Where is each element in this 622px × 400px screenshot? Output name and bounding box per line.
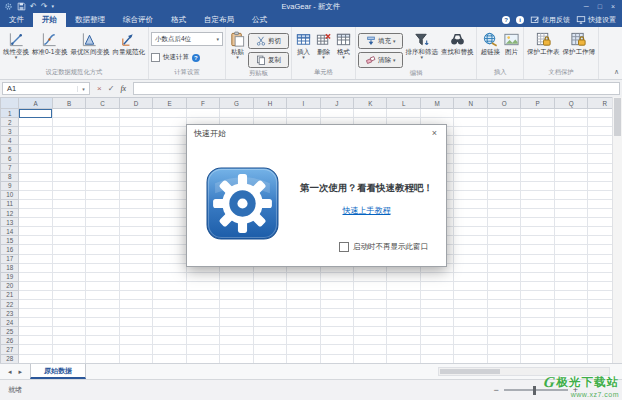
grid-cell[interactable] [52,299,85,308]
grid-cell[interactable] [253,309,286,318]
row-header[interactable]: 15 [1,236,19,245]
grid-cell[interactable] [19,281,52,290]
grid-cell[interactable] [354,272,387,281]
grid-cell[interactable] [86,127,119,136]
grid-cell[interactable] [420,299,454,308]
grid-cell[interactable] [521,345,554,354]
zoom-slider-handle[interactable] [533,386,536,395]
ribbon-button[interactable]: 删除▾ [314,29,333,60]
grid-cell[interactable] [320,336,353,345]
grid-cell[interactable] [19,263,52,272]
row-header[interactable]: 23 [1,309,19,318]
grid-cell[interactable] [119,163,152,172]
grid-cell[interactable] [86,118,119,127]
ribbon-button[interactable]: 标准0-1变换 [31,29,68,55]
row-header[interactable]: 9 [1,181,19,190]
grid-cell[interactable] [420,327,454,336]
grid-cell[interactable] [86,227,119,236]
row-header[interactable]: 25 [1,327,19,336]
grid-cell[interactable] [554,354,588,363]
grid-cell[interactable] [287,309,320,318]
grid-cell[interactable] [19,245,52,254]
column-header[interactable]: L [387,98,420,109]
close-button[interactable]: × [611,3,615,10]
grid-cell[interactable] [19,127,52,136]
grid-cell[interactable] [52,163,85,172]
grid-cell[interactable] [19,209,52,218]
grid-cell[interactable] [320,281,353,290]
grid-cell[interactable] [554,190,588,199]
grid-cell[interactable] [86,154,119,163]
ribbon-small-button[interactable]: 清除▾ [358,52,404,68]
grid-cell[interactable] [119,118,152,127]
row-header[interactable]: 14 [1,227,19,236]
grid-cell[interactable] [554,272,588,281]
grid-cell[interactable] [86,309,119,318]
ribbon-collapse-icon[interactable]: ∧ [614,68,619,76]
quick-calc-checkbox[interactable]: 快速计算? [151,53,200,62]
grid-cell[interactable] [487,209,521,218]
grid-cell[interactable] [487,281,521,290]
checkbox-icon[interactable] [339,242,349,252]
grid-cell[interactable] [487,254,521,263]
grid-cell[interactable] [153,272,186,281]
grid-cell[interactable] [487,290,521,299]
horizontal-scrollbar-thumb[interactable] [440,369,500,374]
grid-cell[interactable] [52,318,85,327]
grid-cell[interactable] [521,181,554,190]
grid-cell[interactable] [19,199,52,208]
grid-cell[interactable] [220,299,254,308]
checkbox-icon[interactable] [151,53,160,62]
grid-cell[interactable] [487,109,521,118]
grid-cell[interactable] [86,263,119,272]
row-header[interactable]: 16 [1,245,19,254]
grid-cell[interactable] [19,118,52,127]
row-header[interactable]: 22 [1,299,19,308]
column-header[interactable]: G [220,98,254,109]
grid-cell[interactable] [521,163,554,172]
grid-cell[interactable] [487,127,521,136]
grid-cell[interactable] [287,272,320,281]
grid-cell[interactable] [487,236,521,245]
grid-cell[interactable] [287,336,320,345]
grid-cell[interactable] [521,263,554,272]
column-header[interactable]: O [487,98,521,109]
grid-cell[interactable] [52,181,85,190]
grid-cell[interactable] [220,354,254,363]
grid-cell[interactable] [153,181,186,190]
grid-cell[interactable] [153,227,186,236]
grid-cell[interactable] [52,209,85,218]
info-icon[interactable]: i [516,16,524,24]
grid-cell[interactable] [52,281,85,290]
menu-tab[interactable]: 公式 [243,13,276,27]
grid-cell[interactable] [19,163,52,172]
grid-cell[interactable] [19,154,52,163]
grid-cell[interactable] [487,299,521,308]
grid-cell[interactable] [86,145,119,154]
grid-cell[interactable] [19,336,52,345]
grid-cell[interactable] [554,181,588,190]
grid-cell[interactable] [487,163,521,172]
grid-cell[interactable] [420,336,454,345]
grid-cell[interactable] [119,190,152,199]
grid-cell[interactable] [220,318,254,327]
menu-tab[interactable]: 综合评价 [114,13,162,27]
grid-cell[interactable] [320,290,353,299]
grid-cell[interactable] [220,109,254,118]
grid-cell[interactable] [420,318,454,327]
undo-icon[interactable]: ↶ [30,2,37,11]
column-header[interactable]: K [354,98,387,109]
grid-cell[interactable] [153,145,186,154]
next-sheet-icon[interactable]: ▸ [19,368,23,376]
grid-cell[interactable] [186,290,219,299]
grid-cell[interactable] [487,245,521,254]
grid-cell[interactable] [287,327,320,336]
grid-cell[interactable] [554,281,588,290]
grid-cell[interactable] [52,309,85,318]
grid-cell[interactable] [119,345,152,354]
quick-settings-button[interactable]: 快捷设置 [576,15,616,25]
grid-cell[interactable] [487,154,521,163]
column-header[interactable]: E [153,98,186,109]
grid-cell[interactable] [454,209,487,218]
grid-cell[interactable] [19,345,52,354]
